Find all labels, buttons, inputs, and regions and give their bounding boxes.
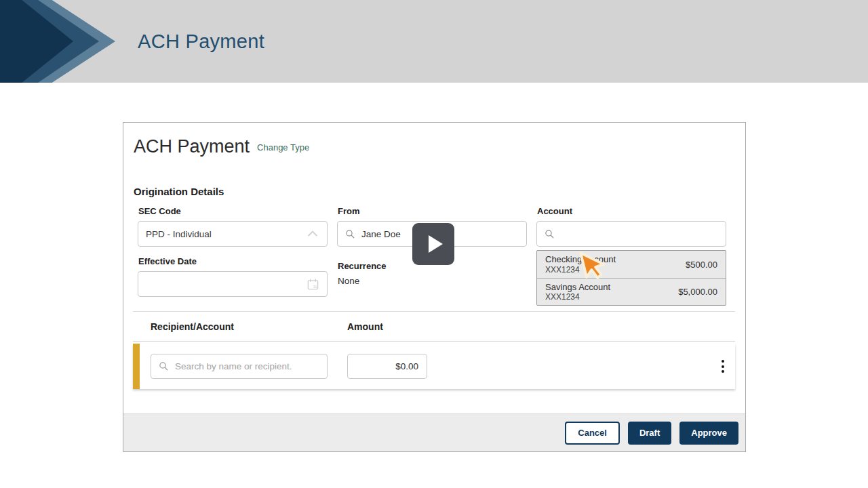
recipient-search-input[interactable] xyxy=(175,361,319,371)
account-search-field[interactable] xyxy=(536,221,726,247)
calendar-icon[interactable]: 31 xyxy=(307,278,319,291)
row-status-stripe xyxy=(133,344,140,389)
search-icon xyxy=(159,361,169,371)
play-icon xyxy=(429,235,443,253)
form-col-3: Account Checking Account XXX1234 $500.00 xyxy=(536,206,726,306)
recurrence-value: None xyxy=(338,276,527,286)
amount-input[interactable] xyxy=(347,354,427,379)
cancel-button[interactable]: Cancel xyxy=(565,422,620,445)
account-search-input[interactable] xyxy=(561,229,718,239)
brand-chevron-logo xyxy=(0,0,136,83)
sec-code-label: SEC Code xyxy=(138,206,328,216)
banner-title: ACH Payment xyxy=(138,0,264,83)
account-balance: $5,000.00 xyxy=(678,287,717,297)
recipients-table-header: Recipient/Account Amount xyxy=(133,311,735,342)
approve-button[interactable]: Approve xyxy=(679,422,738,445)
sec-code-value: PPD - Individual xyxy=(146,229,212,239)
amount-column-header: Amount xyxy=(347,321,383,332)
account-balance: $500.00 xyxy=(686,260,717,270)
recipients-table: Recipient/Account Amount xyxy=(133,311,735,389)
account-label: Account xyxy=(537,206,726,216)
recipient-search-field[interactable] xyxy=(151,354,328,379)
account-number: XXX1234 xyxy=(545,292,610,302)
draft-button[interactable]: Draft xyxy=(628,422,671,445)
chevron-up-icon xyxy=(306,227,319,241)
search-icon xyxy=(545,229,555,239)
origination-details-heading: Origination Details xyxy=(134,186,224,197)
account-option-checking[interactable]: Checking Account XXX1234 $500.00 xyxy=(537,251,726,278)
effective-date-input[interactable] xyxy=(146,279,307,289)
account-number: XXX1234 xyxy=(545,265,616,274)
account-option-savings[interactable]: Savings Account XXX1234 $5,000.00 xyxy=(537,278,726,305)
effective-date-label: Effective Date xyxy=(138,256,328,266)
account-name: Checking Account xyxy=(545,254,616,264)
account-name: Savings Account xyxy=(545,282,610,292)
card-title: ACH Payment xyxy=(134,136,250,157)
ach-payment-card: ACH Payment Change Type Origination Deta… xyxy=(123,122,746,452)
recipient-column-header: Recipient/Account xyxy=(151,321,347,332)
account-option-names: Savings Account XXX1234 xyxy=(545,282,610,302)
search-icon xyxy=(345,229,355,239)
recipient-row xyxy=(133,344,735,389)
sec-code-select[interactable]: PPD - Individual xyxy=(138,221,328,247)
top-banner: ACH Payment xyxy=(0,0,868,83)
change-type-link[interactable]: Change Type xyxy=(257,142,309,152)
account-option-names: Checking Account XXX1234 xyxy=(545,254,616,274)
effective-date-field[interactable]: 31 xyxy=(138,271,328,297)
form-col-1: SEC Code PPD - Individual Effective Date… xyxy=(138,206,328,306)
kebab-menu-icon[interactable] xyxy=(716,354,730,380)
svg-text:31: 31 xyxy=(313,285,317,289)
card-footer: Cancel Draft Approve xyxy=(123,413,745,451)
from-label: From xyxy=(338,206,527,216)
account-dropdown: Checking Account XXX1234 $500.00 Savings… xyxy=(536,250,726,306)
screen: ACH Payment ACH Payment Change Type Orig… xyxy=(0,0,868,488)
card-header: ACH Payment Change Type xyxy=(134,136,309,157)
video-play-button[interactable] xyxy=(412,223,454,265)
